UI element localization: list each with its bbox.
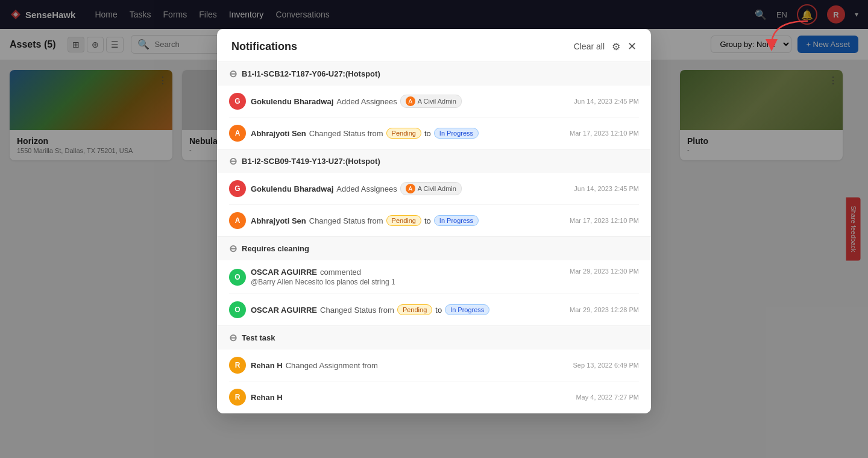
inprogress-badge: In Progress: [434, 215, 479, 226]
modal-body: ⊖ B1-I1-SCB12-T187-Y06-U27:(Hotspot) G G…: [217, 62, 651, 413]
notif-user: Rehan H: [251, 393, 283, 402]
notif-item: R Rehan H May 4, 2022 7:27 PM: [229, 381, 639, 413]
notif-group-header-2: ⊖ B1-I2-SCB09-T419-Y13-U27:(Hotspot): [217, 149, 651, 173]
notif-time: Jun 14, 2023 2:45 PM: [574, 98, 639, 105]
notification-group-4: ⊖ Test task R Rehan H Changed Assignment…: [217, 326, 651, 413]
collapse-icon[interactable]: ⊖: [229, 155, 237, 167]
notif-text: Abhrajyoti Sen Changed Status from Pendi…: [251, 128, 565, 139]
notifications-modal: Notifications Clear all ⚙ ✕ ⊖ B1-I1-SCB1…: [217, 29, 651, 413]
notif-text: Rehan H: [251, 393, 571, 402]
notif-item: A Abhrajyoti Sen Changed Status from Pen…: [229, 118, 639, 149]
notif-user: Gokulendu Bharadwaj: [251, 97, 333, 106]
collapse-icon[interactable]: ⊖: [229, 243, 237, 254]
notif-group-name: B1-I2-SCB09-T419-Y13-U27:(Hotspot): [242, 157, 380, 166]
notif-action: Added Assignees: [336, 97, 397, 106]
modal-close-button[interactable]: ✕: [627, 40, 637, 53]
notif-action: commented: [320, 268, 361, 277]
avatar: O: [229, 269, 246, 286]
pending-badge: Pending: [386, 128, 421, 139]
pending-badge: Pending: [386, 215, 421, 226]
notif-user: Gokulendu Bharadwaj: [251, 184, 333, 193]
notif-action: Changed Assignment from: [286, 361, 378, 370]
notif-item: G Gokulendu Bharadwaj Added Assignees A …: [229, 173, 639, 205]
notif-time: Mar 29, 2023 12:30 PM: [570, 268, 639, 275]
notifications-modal-overlay: Notifications Clear all ⚙ ✕ ⊖ B1-I1-SCB1…: [0, 29, 868, 458]
notif-user: Abhrajyoti Sen: [251, 129, 306, 138]
notif-group-name: B1-I1-SCB12-T187-Y06-U27:(Hotspot): [242, 69, 380, 78]
notification-group-1: ⊖ B1-I1-SCB12-T187-Y06-U27:(Hotspot) G G…: [217, 62, 651, 149]
notif-text: Rehan H Changed Assignment from: [251, 361, 568, 370]
notification-group-3: ⊖ Requires cleaning O OSCAR AGUIRRE comm…: [217, 237, 651, 326]
notif-text: OSCAR AGUIRRE commented: [251, 268, 565, 277]
notif-time: May 4, 2022 7:27 PM: [576, 394, 639, 401]
notif-item: O OSCAR AGUIRRE commented @Barry Allen N…: [229, 260, 639, 294]
notif-text: Abhrajyoti Sen Changed Status from Pendi…: [251, 215, 565, 226]
avatar: G: [229, 180, 246, 197]
clear-all-button[interactable]: Clear all: [574, 42, 605, 51]
notif-items-group-2: G Gokulendu Bharadwaj Added Assignees A …: [217, 173, 651, 236]
notif-user: OSCAR AGUIRRE: [251, 306, 317, 315]
notif-group-header-4: ⊖ Test task: [217, 326, 651, 350]
notif-action: Changed Status from: [320, 306, 394, 315]
avatar: A: [229, 212, 246, 229]
notif-user: OSCAR AGUIRRE: [251, 268, 317, 277]
notification-group-2: ⊖ B1-I2-SCB09-T419-Y13-U27:(Hotspot) G G…: [217, 149, 651, 237]
notif-item: A Abhrajyoti Sen Changed Status from Pen…: [229, 205, 639, 236]
notif-comment: @Barry Allen Necesito los planos del str…: [251, 278, 565, 286]
notif-time: Mar 17, 2023 12:10 PM: [570, 217, 639, 224]
notif-time: Mar 17, 2023 12:10 PM: [570, 130, 639, 137]
inprogress-badge: In Progress: [445, 304, 489, 315]
inprogress-badge: In Progress: [434, 128, 479, 139]
pending-badge: Pending: [397, 304, 432, 315]
notif-content: OSCAR AGUIRRE commented @Barry Allen Nec…: [251, 268, 565, 286]
modal-header-right: Clear all ⚙ ✕: [574, 40, 637, 53]
notif-text: OSCAR AGUIRRE Changed Status from Pendin…: [251, 304, 565, 315]
notif-group-header-3: ⊖ Requires cleaning: [217, 237, 651, 260]
collapse-icon[interactable]: ⊖: [229, 68, 237, 80]
assignee-badge: A A Civil Admin: [400, 95, 462, 108]
notif-items-group-4: R Rehan H Changed Assignment from Sep 13…: [217, 350, 651, 413]
modal-header: Notifications Clear all ⚙ ✕: [217, 29, 651, 62]
notif-group-name: Test task: [242, 333, 275, 342]
notif-user: Rehan H: [251, 361, 283, 370]
collapse-icon[interactable]: ⊖: [229, 332, 237, 344]
notif-time: Sep 13, 2022 6:49 PM: [573, 362, 639, 369]
notif-text: Gokulendu Bharadwaj Added Assignees A A …: [251, 182, 569, 195]
notif-items-group-1: G Gokulendu Bharadwaj Added Assignees A …: [217, 86, 651, 149]
avatar: A: [229, 125, 246, 142]
modal-settings-button[interactable]: ⚙: [612, 41, 620, 52]
notif-time: Mar 29, 2023 12:28 PM: [570, 306, 639, 313]
avatar: R: [229, 357, 246, 374]
avatar: R: [229, 389, 246, 406]
notif-time: Jun 14, 2023 2:45 PM: [574, 185, 639, 192]
notif-item: O OSCAR AGUIRRE Changed Status from Pend…: [229, 294, 639, 325]
assignee-badge: A A Civil Admin: [400, 182, 462, 195]
notif-action: Changed Status from: [309, 129, 383, 138]
notif-items-group-3: O OSCAR AGUIRRE commented @Barry Allen N…: [217, 260, 651, 325]
notif-action: Changed Status from: [309, 216, 383, 225]
notif-group-header-1: ⊖ B1-I1-SCB12-T187-Y06-U27:(Hotspot): [217, 62, 651, 86]
notif-user: Abhrajyoti Sen: [251, 216, 306, 225]
notif-item: R Rehan H Changed Assignment from Sep 13…: [229, 350, 639, 381]
notif-action: Added Assignees: [336, 184, 397, 193]
avatar: O: [229, 301, 246, 318]
main-area: Assets (5) ⊞ ⊕ ☰ 🔍 Group by: None + New …: [0, 29, 868, 458]
modal-title: Notifications: [231, 40, 297, 53]
avatar: G: [229, 93, 246, 110]
notif-group-name: Requires cleaning: [242, 244, 309, 253]
notif-text: Gokulendu Bharadwaj Added Assignees A A …: [251, 95, 569, 108]
notif-item: G Gokulendu Bharadwaj Added Assignees A …: [229, 86, 639, 118]
